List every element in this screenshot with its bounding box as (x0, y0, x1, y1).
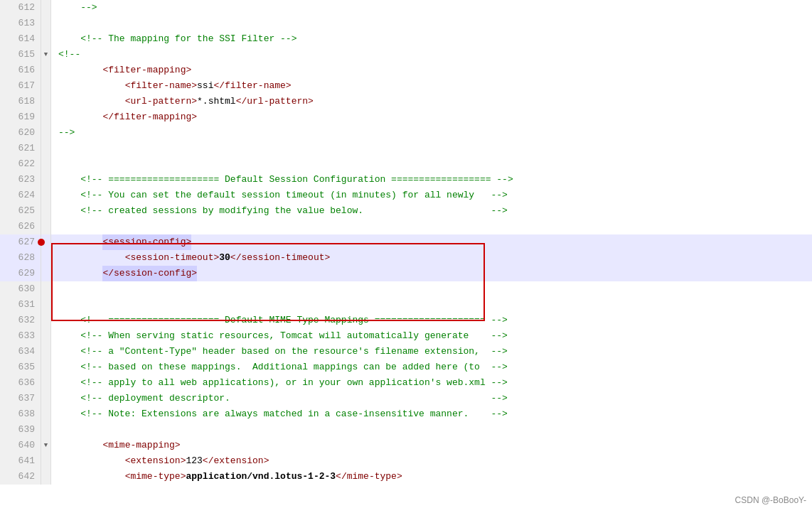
line-number: 640 (0, 438, 41, 453)
line-content: <!-- based on these mappings. Additional… (51, 360, 812, 375)
code-line: 641 <extension>123</extension> (0, 453, 812, 469)
line-content: <session-config> (51, 234, 812, 250)
fold-gutter (41, 141, 51, 156)
fold-gutter (41, 406, 51, 422)
fold-gutter (41, 375, 51, 391)
fold-gutter (41, 156, 51, 172)
line-content (51, 422, 812, 438)
fold-gutter (41, 391, 51, 406)
code-line: 631 (0, 297, 812, 313)
code-line: 624 <!-- You can set the default session… (0, 188, 812, 203)
line-number: 619 (0, 109, 41, 125)
line-number: 627 (0, 234, 41, 250)
line-number: 642 (0, 469, 41, 485)
fold-gutter (41, 219, 51, 234)
line-content: <extension>123</extension> (51, 453, 812, 469)
line-content: <mime-type>application/vnd.lotus-1-2-3</… (51, 469, 812, 485)
line-number: 628 (0, 250, 41, 266)
line-content (51, 281, 812, 297)
line-content: --> (51, 125, 812, 141)
line-number: 635 (0, 360, 41, 375)
code-line: 626 (0, 219, 812, 234)
code-line: 640 ▼ <mime-mapping> (0, 438, 812, 453)
line-content: <!-- ==================== Default MIME T… (51, 313, 812, 328)
line-content: </filter-mapping> (51, 109, 812, 125)
line-content: <!-- ==================== Default Sessio… (51, 172, 812, 188)
code-line: 636 <!-- apply to all web applications),… (0, 375, 812, 391)
line-content: <!-- created sessions by modifying the v… (51, 203, 812, 219)
code-line-session-open: 627 <session-config> (0, 234, 812, 250)
line-number: 621 (0, 141, 41, 156)
line-content: <url-pattern>*.shtml</url-pattern> (51, 94, 812, 109)
line-number: 615 (0, 47, 41, 63)
line-content (51, 297, 812, 313)
code-editor: 612 --> 613 614 <!-- The mapping for the… (0, 0, 812, 508)
fold-gutter (41, 109, 51, 125)
line-content: <session-timeout>30</session-timeout> (51, 250, 812, 266)
code-line: 616 <filter-mapping> (0, 63, 812, 78)
code-line-session-timeout: 628 <session-timeout>30</session-timeout… (0, 250, 812, 266)
code-line: 618 <url-pattern>*.shtml</url-pattern> (0, 94, 812, 109)
code-line: 622 (0, 156, 812, 172)
code-line: 619 </filter-mapping> (0, 109, 812, 125)
line-content: </session-config> (51, 266, 812, 281)
code-line-session-close: 629 </session-config> (0, 266, 812, 281)
code-line: 620 --> (0, 125, 812, 141)
fold-gutter (41, 453, 51, 469)
line-content: <!-- Note: Extensions are always matched… (51, 406, 812, 422)
breakpoint-indicator (38, 239, 45, 246)
code-line: 615 ▼ <!-- (0, 47, 812, 63)
fold-gutter (41, 125, 51, 141)
line-number: 624 (0, 188, 41, 203)
code-line: 633 <!-- When serving static resources, … (0, 328, 812, 344)
fold-gutter (41, 297, 51, 313)
code-line: 621 (0, 141, 812, 156)
code-line: 642 <mime-type>application/vnd.lotus-1-2… (0, 469, 812, 485)
line-number: 631 (0, 297, 41, 313)
code-line: 630 (0, 281, 812, 297)
code-area: 612 --> 613 614 <!-- The mapping for the… (0, 0, 812, 508)
line-number: 636 (0, 375, 41, 391)
fold-gutter (41, 16, 51, 31)
line-number: 613 (0, 16, 41, 31)
line-number: 634 (0, 344, 41, 360)
line-number: 625 (0, 203, 41, 219)
fold-gutter (41, 63, 51, 78)
code-line: 638 <!-- Note: Extensions are always mat… (0, 406, 812, 422)
code-line: 634 <!-- a "Content-Type" header based o… (0, 344, 812, 360)
code-line: 613 (0, 16, 812, 31)
line-content (51, 141, 812, 156)
line-content (51, 156, 812, 172)
line-content (51, 219, 812, 234)
line-content: <!-- The mapping for the SSI Filter --> (51, 31, 812, 47)
line-number: 617 (0, 78, 41, 94)
line-content: <!-- When serving static resources, Tomc… (51, 328, 812, 344)
line-number: 637 (0, 391, 41, 406)
line-number: 622 (0, 156, 41, 172)
fold-gutter (41, 266, 51, 281)
code-line: 617 <filter-name>ssi</filter-name> (0, 78, 812, 94)
code-line: 637 <!-- deployment descriptor. --> (0, 391, 812, 406)
line-content: <filter-name>ssi</filter-name> (51, 78, 812, 94)
line-number: 641 (0, 453, 41, 469)
fold-gutter (41, 234, 51, 250)
fold-gutter (41, 78, 51, 94)
line-number: 633 (0, 328, 41, 344)
fold-gutter (41, 188, 51, 203)
fold-gutter (41, 250, 51, 266)
fold-gutter[interactable]: ▼ (41, 47, 51, 63)
fold-gutter (41, 422, 51, 438)
line-number: 623 (0, 172, 41, 188)
fold-gutter[interactable]: ▼ (41, 438, 51, 453)
fold-gutter (41, 94, 51, 109)
line-number: 626 (0, 219, 41, 234)
code-line: 635 <!-- based on these mappings. Additi… (0, 360, 812, 375)
line-number: 630 (0, 281, 41, 297)
line-content: <!-- apply to all web applications), or … (51, 375, 812, 391)
line-content (51, 16, 812, 31)
fold-gutter (41, 31, 51, 47)
code-line: 625 <!-- created sessions by modifying t… (0, 203, 812, 219)
line-content: <!-- (51, 47, 812, 63)
fold-gutter (41, 203, 51, 219)
line-number: 632 (0, 313, 41, 328)
